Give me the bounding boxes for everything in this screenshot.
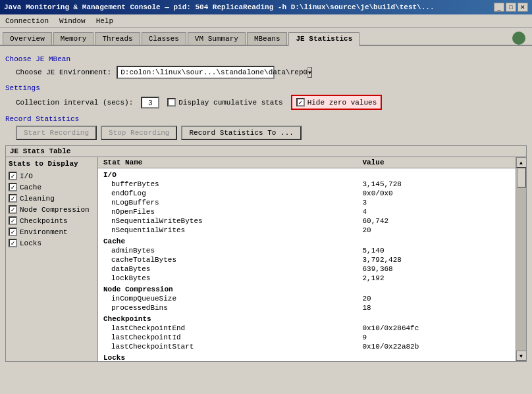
collection-interval-input[interactable]	[141, 97, 159, 109]
maximize-button[interactable]: □	[506, 3, 516, 12]
stat-name-cell: dataBytes	[98, 264, 358, 274]
stat-value-cell: 0x0/0x0	[358, 189, 516, 198]
node-compression-checkbox[interactable]	[9, 205, 17, 214]
scroll-up-button[interactable]: ▲	[516, 157, 527, 168]
cache-checkbox[interactable]	[9, 183, 17, 191]
col-stat-name: Stat Name	[98, 157, 358, 168]
table-group-row: Cache	[98, 235, 516, 246]
scroll-down-button[interactable]: ▼	[516, 351, 527, 361]
window-controls: _ □ ✕	[494, 3, 528, 12]
stat-name-cell: inCompQueueSize	[98, 294, 358, 303]
minimize-button[interactable]: _	[494, 3, 504, 12]
left-panel-item-locks: Locks	[9, 237, 95, 249]
table-group-row: Node Compression	[98, 283, 516, 294]
checkpoints-checkbox[interactable]	[9, 216, 17, 225]
stat-name-cell: processedBins	[98, 303, 358, 312]
stat-value-cell: 3	[358, 198, 516, 207]
stats-data-table: Stat Name Value I/ObufferBytes3,145,728e…	[98, 157, 516, 361]
tab-classes[interactable]: Classes	[142, 32, 186, 45]
stat-name-cell: adminBytes	[98, 246, 358, 255]
table-group-row: Locks	[98, 351, 516, 361]
settings-section: Settings Collection interval (secs): Dis…	[5, 84, 527, 110]
stat-name-cell: nSequentialWriteBytes	[98, 216, 358, 226]
stat-value-cell: 9	[358, 333, 516, 342]
col-value: Value	[358, 157, 516, 168]
left-panel-item-cleaning: Cleaning	[9, 193, 95, 204]
main-content: Choose JE MBean Choose JE Environment: D…	[0, 46, 532, 394]
hide-zero-checkbox[interactable]	[296, 98, 305, 107]
group-name: Node Compression	[98, 283, 516, 294]
stat-name-cell: nLogBuffers	[98, 198, 358, 207]
status-indicator	[512, 32, 525, 45]
tab-threads[interactable]: Threads	[95, 32, 140, 45]
stat-name-cell: lastCheckpointEnd	[98, 324, 358, 333]
close-button[interactable]: ✕	[518, 3, 528, 12]
tab-vm-summary[interactable]: VM Summary	[188, 32, 246, 45]
je-stats-table-section: JE Stats Table Stats to Display I/O Cach…	[5, 145, 527, 362]
tab-mbeans[interactable]: MBeans	[247, 32, 288, 45]
stat-name-cell: cacheTotalBytes	[98, 255, 358, 264]
locks-label: Locks	[20, 239, 41, 247]
window-title: Java Monitoring & Management Console — p…	[4, 3, 435, 11]
cleaning-checkbox[interactable]	[9, 194, 17, 203]
table-group-row: Checkpoints	[98, 312, 516, 324]
table-row: lockBytes2,192	[98, 274, 516, 283]
stats-right-panel[interactable]: Stat Name Value I/ObufferBytes3,145,728e…	[98, 157, 516, 361]
stat-value-cell: 60,742	[358, 216, 516, 226]
scroll-thumb[interactable]	[517, 168, 526, 187]
record-statistics-section: Record Statistics Start Recording Stop R…	[5, 115, 527, 140]
environment-dropdown[interactable]: D:colon:\linux\sour...\standalone\data\r…	[117, 66, 275, 79]
environment-checkbox[interactable]	[9, 228, 17, 236]
stat-value-cell: 0x10/0x22a82b	[358, 342, 516, 351]
table-row: processedBins18	[98, 303, 516, 312]
tab-memory[interactable]: Memory	[53, 32, 94, 45]
display-cumulative-checkbox[interactable]	[167, 98, 176, 107]
left-panel-item-environment: Environment	[9, 226, 95, 237]
environment-label: Environment	[20, 228, 68, 236]
table-row: adminBytes5,140	[98, 246, 516, 255]
stat-value-cell: 20	[358, 294, 516, 303]
dropdown-value: D:colon:\linux\sour...\standalone\data\r…	[120, 68, 307, 76]
stat-value-cell: 4	[358, 207, 516, 216]
tab-overview[interactable]: Overview	[3, 32, 52, 45]
table-row: cacheTotalBytes3,792,428	[98, 255, 516, 264]
io-checkbox[interactable]	[9, 172, 17, 180]
node-compression-label: Node Compression	[20, 206, 90, 214]
stats-to-display-label: Stats to Display	[9, 160, 95, 168]
table-row: dataBytes639,368	[98, 264, 516, 274]
cleaning-label: Cleaning	[20, 195, 55, 203]
menu-connection[interactable]: Connection	[3, 16, 51, 26]
left-panel-item-cache: Cache	[9, 182, 95, 193]
scroll-bar[interactable]: ▲ ▼	[516, 157, 526, 361]
stat-value-cell: 0x10/0x2864fc	[358, 324, 516, 333]
tab-bar: Overview Memory Threads Classes VM Summa…	[0, 28, 532, 46]
stat-value-cell: 639,368	[358, 264, 516, 274]
table-row: nOpenFiles4	[98, 207, 516, 216]
start-recording-button[interactable]: Start Recording	[16, 126, 97, 140]
left-panel-item-node-compression: Node Compression	[9, 204, 95, 215]
display-cumulative-label: Display cumulative stats	[167, 98, 282, 107]
stats-table-header: JE Stats Table	[6, 146, 526, 157]
scroll-track[interactable]	[516, 168, 527, 351]
stat-name-cell: nSequentialWrites	[98, 226, 358, 235]
stat-name-cell: bufferBytes	[98, 180, 358, 189]
menu-help[interactable]: Help	[93, 16, 116, 26]
locks-checkbox[interactable]	[9, 239, 17, 247]
table-row: bufferBytes3,145,728	[98, 180, 516, 189]
stat-value-cell: 2,192	[358, 274, 516, 283]
group-name: Locks	[98, 351, 516, 361]
collection-interval-label: Collection interval (secs):	[16, 99, 133, 107]
dropdown-arrow-icon[interactable]: ▼	[307, 67, 312, 78]
settings-row: Collection interval (secs): Display cumu…	[16, 95, 527, 110]
tab-container: Overview Memory Threads Classes VM Summa…	[0, 28, 532, 46]
checkpoints-label: Checkpoints	[20, 217, 68, 225]
stat-value-cell: 5,140	[358, 246, 516, 255]
stop-recording-button[interactable]: Stop Recording	[101, 126, 177, 140]
stat-value-cell: 3,145,728	[358, 180, 516, 189]
tab-je-statistics[interactable]: JE Statistics	[288, 32, 359, 46]
record-statistics-to-button[interactable]: Record Statistics To ...	[181, 126, 301, 140]
stats-left-panel: Stats to Display I/O Cache Cleaning Node…	[6, 157, 98, 361]
record-button-row: Start Recording Stop Recording Record St…	[16, 126, 527, 140]
menu-window[interactable]: Window	[57, 16, 88, 26]
table-row: lastCheckpointEnd0x10/0x2864fc	[98, 324, 516, 333]
